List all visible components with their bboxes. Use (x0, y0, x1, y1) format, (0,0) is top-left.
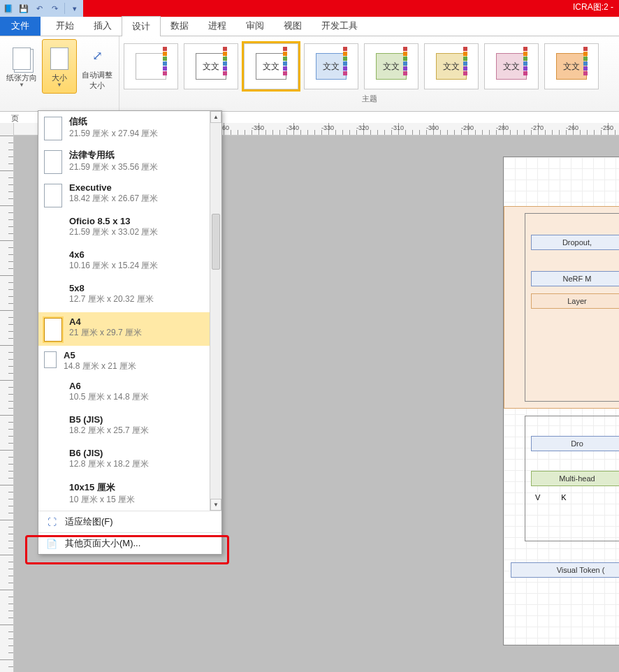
theme-preview: 文文 (496, 53, 527, 80)
theme-item-7[interactable]: 文文 (544, 43, 599, 89)
theme-swatches (403, 47, 416, 75)
label-k: K (561, 493, 566, 502)
theme-item-4[interactable]: 文文 (364, 43, 418, 89)
page-thumb-icon (44, 318, 62, 342)
size-dim: 10 厘米 x 15 厘米 (69, 494, 135, 506)
tab-home[interactable]: 开始 (46, 16, 84, 36)
scroll-track[interactable] (210, 123, 221, 499)
tab-review[interactable]: 审阅 (236, 16, 274, 36)
theme-swatches (163, 47, 175, 75)
theme-item-0[interactable] (124, 43, 178, 89)
page-thumb-icon (44, 351, 57, 368)
box-nerf: NeRF M (531, 271, 619, 286)
size-name: Oficio 8.5 x 13 (69, 216, 158, 226)
scroll-down-icon[interactable]: ▼ (210, 499, 221, 511)
scroll-thumb[interactable] (212, 214, 220, 270)
theme-item-6[interactable]: 文文 (484, 43, 539, 89)
size-option-法律专用纸[interactable]: 法律专用纸21.59 厘米 x 35.56 厘米 (38, 145, 221, 178)
size-dim: 21.59 厘米 x 27.94 厘米 (69, 128, 158, 140)
size-option-A4[interactable]: A421 厘米 x 29.7 厘米 (38, 312, 221, 346)
tab-data[interactable]: 数据 (161, 16, 198, 36)
size-name: Executive (69, 182, 158, 193)
size-dim: 14.8 厘米 x 21 厘米 (64, 360, 136, 372)
ruler-label: -350 (252, 124, 264, 131)
vertical-ruler (0, 136, 14, 672)
ruler-label: -310 (391, 124, 404, 131)
tab-process[interactable]: 进程 (198, 16, 236, 36)
tab-view[interactable]: 视图 (274, 16, 312, 36)
theme-preview: 文文 (316, 53, 347, 80)
size-dim: 10.16 厘米 x 15.24 厘米 (69, 260, 158, 272)
dropdown-scrollbar[interactable]: ▲ ▼ (210, 111, 221, 511)
size-button[interactable]: 大小 ▼ (42, 39, 77, 94)
size-name: 信纸 (69, 115, 158, 128)
theme-swatches (523, 47, 536, 75)
tab-design[interactable]: 设计 (122, 16, 161, 36)
quick-access-toolbar: 📘 💾 ↶ ↷ ▾ (0, 0, 83, 17)
size-option-4x6[interactable]: 4x610.16 厘米 x 15.24 厘米 (38, 245, 221, 279)
group-page-setup: 纸张方向 ▼ 大小 ▼ ⤢ 自动调整 大小 (0, 36, 119, 111)
size-option-Oficio-8.5-x-13[interactable]: Oficio 8.5 x 1321.59 厘米 x 33.02 厘米 (38, 212, 221, 245)
size-name: A4 (69, 316, 142, 327)
size-option-5x8[interactable]: 5x812.7 厘米 x 20.32 厘米 (38, 279, 221, 312)
box-dropout2: Dro (531, 436, 619, 451)
tab-insert[interactable]: 插入 (84, 16, 122, 36)
scroll-up-icon[interactable]: ▲ (210, 111, 221, 123)
size-option-B6-(JIS)[interactable]: B6 (JIS)12.8 厘米 x 18.2 厘米 (38, 444, 221, 477)
more-label: 其他页面大小(M)... (65, 537, 140, 550)
size-option-10x15-厘米[interactable]: 10x15 厘米10 厘米 x 15 厘米 (38, 477, 221, 511)
size-option-A6[interactable]: A610.5 厘米 x 14.8 厘米 (38, 377, 221, 410)
save-icon[interactable]: 💾 (17, 1, 31, 15)
window-title: ICRA图:2 - (573, 1, 613, 13)
theme-item-3[interactable]: 文文 (304, 43, 358, 89)
theme-swatches (223, 47, 235, 75)
theme-swatches (583, 47, 596, 75)
fit-drawing-action[interactable]: ⛶ 适应绘图(F) (38, 511, 221, 532)
orientation-icon (10, 45, 34, 73)
page-size-dropdown: 信纸21.59 厘米 x 27.94 厘米法律专用纸21.59 厘米 x 35.… (38, 110, 222, 555)
theme-preview (136, 53, 166, 80)
ruler-label: -340 (286, 124, 299, 131)
group-themes: 文文文文文文文文文文文文文文 主题 (119, 36, 619, 111)
autosize-icon: ⤢ (85, 42, 109, 70)
theme-item-5[interactable]: 文文 (424, 43, 479, 89)
tab-dev[interactable]: 开发工具 (312, 16, 367, 36)
size-dim: 10.5 厘米 x 14.8 厘米 (69, 391, 149, 403)
size-dim: 21 厘米 x 29.7 厘米 (69, 327, 142, 339)
orientation-button[interactable]: 纸张方向 ▼ (4, 39, 39, 94)
autosize-button[interactable]: ⤢ 自动调整 大小 (80, 39, 115, 94)
size-dim: 21.59 厘米 x 33.02 厘米 (69, 226, 158, 238)
page[interactable]: Dropout, NeRF M Layer Dro Multi-head V K… (503, 156, 619, 645)
title-bar: 📘 💾 ↶ ↷ ▾ ICRA图:2 - (0, 0, 619, 17)
box-visual-token: Visual Token ( (511, 562, 619, 578)
box-layer: Layer (531, 293, 619, 309)
redo-icon[interactable]: ↷ (48, 1, 61, 15)
size-name: A5 (64, 350, 136, 360)
tab-file[interactable]: 文件 (0, 16, 41, 36)
theme-preview: 文文 (436, 53, 467, 80)
more-sizes-action[interactable]: 📄 其他页面大小(M)... (38, 532, 221, 554)
theme-item-1[interactable]: 文文 (184, 43, 238, 89)
diagram: Dropout, NeRF M Layer Dro Multi-head V K… (511, 213, 619, 585)
autosize-label: 自动调整 大小 (82, 70, 112, 91)
size-name: 10x15 厘米 (69, 481, 135, 494)
qat-dropdown-icon[interactable]: ▾ (68, 1, 82, 15)
ruler-label: -300 (426, 124, 439, 131)
box-dropout: Dropout, (531, 235, 619, 250)
size-name: 法律专用纸 (69, 149, 158, 161)
undo-icon[interactable]: ↶ (32, 1, 46, 15)
size-option-信纸[interactable]: 信纸21.59 厘米 x 27.94 厘米 (38, 111, 221, 145)
size-name: B6 (JIS) (69, 448, 149, 458)
ruler-label: -330 (321, 124, 334, 131)
theme-preview: 文文 (196, 53, 226, 80)
theme-item-2[interactable]: 文文 (244, 43, 298, 89)
ribbon: 纸张方向 ▼ 大小 ▼ ⤢ 自动调整 大小 文文文文文文文文文文文文文文 主题 (0, 36, 619, 112)
size-option-Executive[interactable]: Executive18.42 厘米 x 26.67 厘米 (38, 178, 221, 212)
ruler-label: -270 (531, 124, 544, 131)
size-option-A5[interactable]: A514.8 厘米 x 21 厘米 (38, 346, 221, 377)
size-dim: 18.2 厘米 x 25.7 厘米 (69, 425, 149, 437)
size-option-B5-(JIS)[interactable]: B5 (JIS)18.2 厘米 x 25.7 厘米 (38, 410, 221, 444)
size-name: 5x8 (69, 283, 154, 293)
size-dim: 12.8 厘米 x 18.2 厘米 (69, 458, 149, 470)
size-name: 4x6 (69, 249, 158, 260)
